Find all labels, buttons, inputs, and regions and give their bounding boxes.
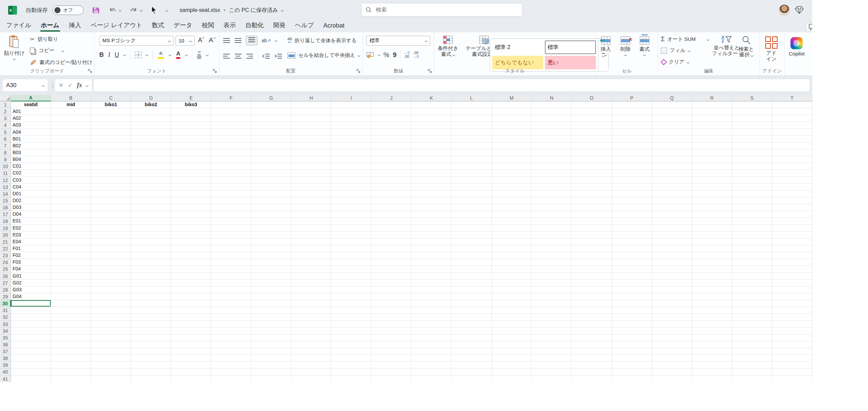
cell-P29[interactable] — [612, 293, 652, 300]
cell-D33[interactable] — [131, 321, 171, 328]
row-header-2[interactable]: 2 — [0, 108, 11, 115]
cell-L15[interactable] — [452, 197, 492, 204]
cell-K7[interactable] — [412, 143, 452, 149]
cell-C25[interactable] — [91, 266, 131, 273]
cell-P13[interactable] — [612, 184, 652, 191]
cell-P26[interactable] — [612, 273, 652, 280]
cell-C29[interactable] — [91, 293, 131, 300]
cell-J14[interactable] — [371, 191, 412, 197]
cell-H30[interactable] — [291, 300, 332, 307]
cell-I28[interactable] — [331, 286, 371, 293]
cell-S30[interactable] — [732, 300, 772, 307]
cell-P2[interactable] — [612, 108, 652, 115]
cell-A21[interactable]: E04 — [11, 239, 51, 245]
cell-M18[interactable] — [492, 218, 532, 225]
cell-M29[interactable] — [492, 293, 532, 300]
cell-E29[interactable] — [171, 293, 211, 300]
underline-button[interactable]: U — [115, 51, 119, 59]
column-header-R[interactable]: R — [692, 95, 732, 101]
cell-S39[interactable] — [732, 362, 772, 368]
column-header-P[interactable]: P — [612, 95, 652, 101]
cell-C41[interactable] — [91, 376, 131, 382]
cell-B23[interactable] — [51, 252, 91, 259]
cell-F8[interactable] — [211, 149, 251, 156]
cell-H37[interactable] — [291, 348, 332, 355]
column-header-D[interactable]: D — [131, 95, 171, 101]
cell-G18[interactable] — [251, 218, 291, 225]
cell-B25[interactable] — [51, 266, 91, 273]
cell-J37[interactable] — [371, 348, 412, 355]
cell-K28[interactable] — [412, 286, 452, 293]
cell-O38[interactable] — [572, 355, 612, 362]
cell-P37[interactable] — [612, 348, 652, 355]
cell-M23[interactable] — [492, 252, 532, 259]
cell-K6[interactable] — [412, 136, 452, 143]
cell-T7[interactable] — [772, 143, 812, 149]
cell-P22[interactable] — [612, 245, 652, 252]
cell-T37[interactable] — [772, 348, 812, 355]
cell-O21[interactable] — [572, 239, 612, 245]
cell-H20[interactable] — [291, 232, 332, 239]
cell-L16[interactable] — [452, 204, 492, 211]
cell-I40[interactable] — [331, 368, 371, 375]
cell-T40[interactable] — [772, 368, 812, 375]
row-header-4[interactable]: 4 — [0, 122, 11, 129]
cell-A4[interactable]: A03 — [11, 122, 51, 129]
cell-T17[interactable] — [772, 211, 812, 218]
row-header-12[interactable]: 12 — [0, 177, 11, 184]
cell-A28[interactable]: G03 — [11, 286, 51, 293]
cell-F19[interactable] — [211, 225, 251, 232]
cell-C10[interactable] — [91, 163, 131, 170]
cell-T10[interactable] — [772, 163, 812, 170]
cell-M39[interactable] — [492, 362, 532, 368]
cell-T6[interactable] — [772, 136, 812, 143]
cell-L27[interactable] — [452, 280, 492, 286]
cell-M21[interactable] — [492, 239, 532, 245]
cell-H19[interactable] — [291, 225, 332, 232]
cell-R6[interactable] — [692, 136, 732, 143]
row-header-23[interactable]: 23 — [0, 252, 11, 259]
cell-K22[interactable] — [412, 245, 452, 252]
cell-N7[interactable] — [532, 143, 572, 149]
cell-S24[interactable] — [732, 259, 772, 266]
cell-M20[interactable] — [492, 232, 532, 239]
cell-B19[interactable] — [51, 225, 91, 232]
cell-L2[interactable] — [452, 108, 492, 115]
cell-S19[interactable] — [732, 225, 772, 232]
cell-P20[interactable] — [612, 232, 652, 239]
cell-K19[interactable] — [412, 225, 452, 232]
row-header-27[interactable]: 27 — [0, 280, 11, 286]
cell-F32[interactable] — [211, 314, 251, 320]
cell-G21[interactable] — [251, 239, 291, 245]
cell-G7[interactable] — [251, 143, 291, 149]
cell-O34[interactable] — [572, 328, 612, 334]
cell-M17[interactable] — [492, 211, 532, 218]
cell-S2[interactable] — [732, 108, 772, 115]
increase-indent-icon[interactable] — [274, 53, 282, 59]
cancel-button[interactable]: ✕ — [59, 82, 64, 89]
cell-F16[interactable] — [211, 204, 251, 211]
cell-E27[interactable] — [171, 280, 211, 286]
cell-N28[interactable] — [532, 286, 572, 293]
tab-Acrobat[interactable]: Acrobat — [319, 21, 349, 32]
cell-R38[interactable] — [692, 355, 732, 362]
cell-N3[interactable] — [532, 115, 572, 122]
row-header-25[interactable]: 25 — [0, 266, 11, 273]
cell-P34[interactable] — [612, 328, 652, 334]
cell-N18[interactable] — [532, 218, 572, 225]
row-header-21[interactable]: 21 — [0, 239, 11, 245]
bold-button[interactable]: B — [99, 51, 104, 59]
cell-T26[interactable] — [772, 273, 812, 280]
cell-N22[interactable] — [532, 245, 572, 252]
cell-C38[interactable] — [91, 355, 131, 362]
cell-N14[interactable] — [532, 191, 572, 197]
cell-E34[interactable] — [171, 328, 211, 334]
cell-B10[interactable] — [51, 163, 91, 170]
cell-I39[interactable] — [331, 362, 371, 368]
cell-M5[interactable] — [492, 129, 532, 136]
row-header-41[interactable]: 41 — [0, 376, 11, 382]
cell-A36[interactable] — [11, 341, 51, 348]
cell-T13[interactable] — [772, 184, 812, 191]
cell-H3[interactable] — [291, 115, 332, 122]
borders-dropdown-icon[interactable] — [146, 53, 148, 56]
